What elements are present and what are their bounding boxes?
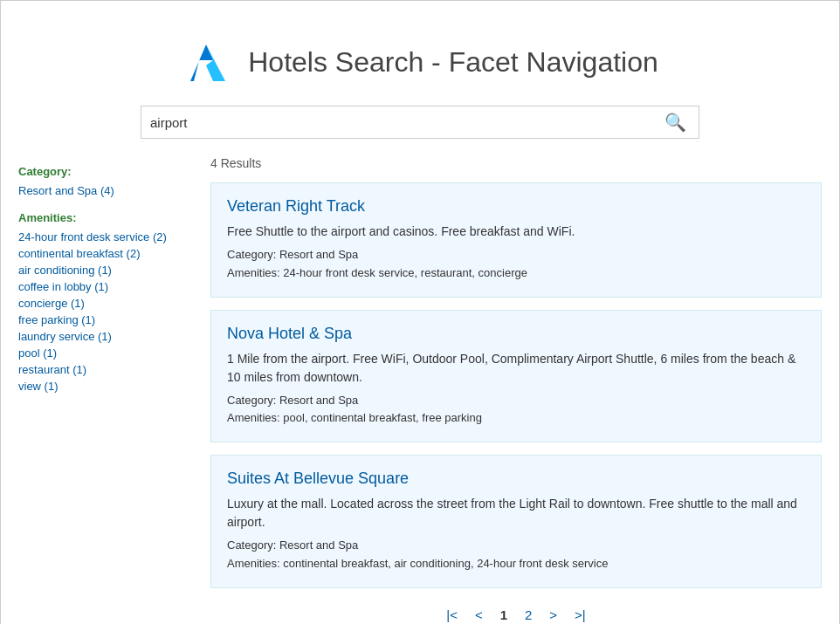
sidebar: Category: Resort and Spa (4) Amenities: … (18, 156, 193, 624)
pagination: |< < 1 2 > >| (210, 606, 822, 624)
page-wrapper: Hotels Search - Facet Navigation 🔍 Categ… (0, 0, 840, 624)
amenities-list: 24-hour front desk service (2) continent… (18, 230, 193, 393)
amenity-link-0[interactable]: 24-hour front desk service (2) (18, 230, 167, 243)
result-card-1: Nova Hotel & Spa 1 Mile from the airport… (210, 310, 822, 443)
result-title-1: Nova Hotel & Spa (227, 325, 805, 343)
results-area: 4 Results Veteran Right Track Free Shutt… (210, 156, 822, 624)
page-title: Hotels Search - Facet Navigation (248, 46, 658, 79)
amenity-link-9[interactable]: view (1) (18, 380, 59, 393)
list-item: restaurant (1) (18, 362, 193, 376)
category-list: Resort and Spa (4) (18, 183, 193, 197)
amenity-link-1[interactable]: continental breakfast (2) (18, 247, 140, 260)
pagination-last[interactable]: >| (570, 606, 590, 624)
result-title-2: Suites At Bellevue Square (227, 470, 805, 488)
amenity-link-5[interactable]: free parking (1) (18, 313, 95, 326)
result-category-1: Category: Resort and Spa (227, 392, 805, 410)
amenity-link-3[interactable]: coffee in lobby (1) (18, 280, 108, 293)
search-input[interactable] (150, 115, 661, 130)
list-item: coffee in lobby (1) (18, 279, 193, 293)
pagination-first[interactable]: |< (442, 606, 462, 624)
result-category-0: Category: Resort and Spa (227, 246, 805, 264)
list-item: view (1) (18, 379, 193, 393)
amenity-link-2[interactable]: air conditioning (1) (18, 264, 112, 277)
amenity-link-7[interactable]: pool (1) (18, 346, 57, 360)
list-item: laundry service (1) (18, 329, 193, 343)
amenity-link-6[interactable]: laundry service (1) (18, 330, 112, 343)
category-heading: Category: (18, 165, 193, 178)
main-layout: Category: Resort and Spa (4) Amenities: … (18, 156, 822, 624)
result-amenities-1: Amenities: pool, continental breakfast, … (227, 409, 805, 428)
amenity-link-8[interactable]: restaurant (1) (18, 363, 86, 376)
result-category-2: Category: Resort and Spa (227, 537, 805, 555)
list-item: pool (1) (18, 346, 193, 360)
amenity-link-4[interactable]: concierge (1) (18, 297, 85, 310)
result-link-1[interactable]: Nova Hotel & Spa (227, 325, 352, 342)
result-card-0: Veteran Right Track Free Shuttle to the … (210, 182, 822, 298)
result-description-1: 1 Mile from the airport. Free WiFi, Outd… (227, 350, 805, 387)
pagination-next[interactable]: > (545, 606, 561, 624)
result-title-0: Veteran Right Track (227, 197, 805, 216)
pagination-page1: 1 (496, 606, 512, 624)
result-description-0: Free Shuttle to the airport and casinos.… (227, 223, 805, 241)
logo-icon (182, 36, 234, 88)
result-link-0[interactable]: Veteran Right Track (227, 197, 365, 215)
search-button[interactable]: 🔍 (661, 112, 690, 133)
amenities-heading: Amenities: (18, 211, 193, 224)
list-item: concierge (1) (18, 296, 193, 310)
search-bar-area: 🔍 (18, 106, 822, 139)
result-amenities-2: Amenities: continental breakfast, air co… (227, 555, 805, 573)
result-card-2: Suites At Bellevue Square Luxury at the … (210, 455, 822, 588)
results-count: 4 Results (210, 156, 822, 170)
result-link-2[interactable]: Suites At Bellevue Square (227, 470, 409, 487)
list-item: free parking (1) (18, 312, 193, 326)
pagination-page2[interactable]: 2 (520, 606, 536, 624)
list-item: air conditioning (1) (18, 263, 193, 277)
list-item: continental breakfast (2) (18, 246, 193, 260)
header: Hotels Search - Facet Navigation (18, 18, 822, 106)
result-amenities-0: Amenities: 24-hour front desk service, r… (227, 264, 805, 283)
svg-marker-1 (206, 45, 225, 81)
search-bar: 🔍 (141, 106, 699, 139)
result-description-2: Luxury at the mall. Located across the s… (227, 495, 805, 531)
category-resort-spa-link[interactable]: Resort and Spa (4) (18, 184, 114, 197)
list-item: 24-hour front desk service (2) (18, 230, 193, 243)
pagination-prev[interactable]: < (471, 606, 487, 624)
list-item: Resort and Spa (4) (18, 183, 193, 197)
